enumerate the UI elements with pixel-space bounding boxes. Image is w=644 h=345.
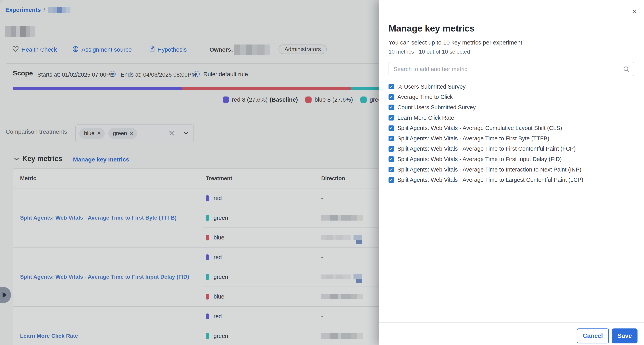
metric-checkbox[interactable]: ✓ <box>388 105 394 110</box>
manage-key-metrics-panel: × Manage key metrics You can select up t… <box>379 0 644 345</box>
metric-checkbox-label: % Users Submitted Survey <box>398 84 466 90</box>
metric-checkbox-label: Split Agents: Web Vitals - Average Time … <box>398 146 576 152</box>
metric-checkbox[interactable]: ✓ <box>388 177 394 183</box>
check-icon: ✓ <box>390 178 393 182</box>
check-icon: ✓ <box>390 105 393 110</box>
close-icon[interactable]: × <box>631 8 638 15</box>
selection-summary: 10 metrics · 10 out of 10 selected <box>388 49 470 55</box>
metric-checklist-item[interactable]: ✓% Users Submitted Survey <box>388 82 634 92</box>
metric-checkbox-label: Split Agents: Web Vitals - Average Time … <box>398 177 584 183</box>
metric-checklist-item[interactable]: ✓Split Agents: Web Vitals - Average Time… <box>388 164 634 175</box>
check-icon: ✓ <box>390 157 393 161</box>
metric-checkbox-label: Split Agents: Web Vitals - Average Time … <box>398 156 562 162</box>
panel-subtitle: You can select up to 10 key metrics per … <box>388 39 522 46</box>
metric-search-box <box>388 62 634 76</box>
metric-checkbox-label: Split Agents: Web Vitals - Average Time … <box>398 135 549 142</box>
metric-checkbox[interactable]: ✓ <box>388 136 394 141</box>
metric-checkbox-label: Split Agents: Web Vitals - Average Cumul… <box>398 125 562 131</box>
metric-checklist-item[interactable]: ✓Count Users Submitted Survey <box>388 102 634 113</box>
metric-checkbox[interactable]: ✓ <box>388 125 394 131</box>
metric-checklist-item[interactable]: ✓Learn More Click Rate <box>388 113 634 123</box>
save-button[interactable]: Save <box>612 328 638 343</box>
metric-checkbox[interactable]: ✓ <box>388 84 394 89</box>
metric-checklist-item[interactable]: ✓Split Agents: Web Vitals - Average Cumu… <box>388 123 634 133</box>
metric-checkbox[interactable]: ✓ <box>388 167 394 172</box>
metric-checkbox[interactable]: ✓ <box>388 146 394 152</box>
check-icon: ✓ <box>390 126 393 131</box>
check-icon: ✓ <box>390 115 393 120</box>
metric-checkbox-label: Split Agents: Web Vitals - Average Time … <box>398 166 582 173</box>
search-icon[interactable] <box>623 66 630 74</box>
app-window: Experiments / Health Check Assignment so… <box>0 0 644 345</box>
metric-checkbox-label: Average Time to Click <box>398 94 453 100</box>
metric-search-input[interactable] <box>389 62 634 76</box>
metric-checklist-item[interactable]: ✓Average Time to Click <box>388 92 634 102</box>
metric-checklist-item[interactable]: ✓Split Agents: Web Vitals - Average Time… <box>388 154 634 164</box>
metric-checkbox-label: Learn More Click Rate <box>398 115 454 121</box>
panel-title: Manage key metrics <box>388 23 475 34</box>
footer-divider <box>379 322 644 323</box>
metric-checkbox[interactable]: ✓ <box>388 115 394 121</box>
cancel-button[interactable]: Cancel <box>577 328 609 343</box>
metric-checklist-item[interactable]: ✓Split Agents: Web Vitals - Average Time… <box>388 133 634 144</box>
metric-checkbox[interactable]: ✓ <box>388 94 394 100</box>
check-icon: ✓ <box>390 167 393 172</box>
check-icon: ✓ <box>390 95 393 99</box>
metric-checkbox[interactable]: ✓ <box>388 156 394 162</box>
metric-checklist: ✓% Users Submitted Survey✓Average Time t… <box>388 82 634 185</box>
check-icon: ✓ <box>390 147 393 151</box>
metric-checklist-item[interactable]: ✓Split Agents: Web Vitals - Average Time… <box>388 144 634 154</box>
check-icon: ✓ <box>390 84 393 89</box>
metric-checklist-item[interactable]: ✓Split Agents: Web Vitals - Average Time… <box>388 175 634 185</box>
metric-checkbox-label: Count Users Submitted Survey <box>398 104 476 111</box>
check-icon: ✓ <box>390 136 393 141</box>
